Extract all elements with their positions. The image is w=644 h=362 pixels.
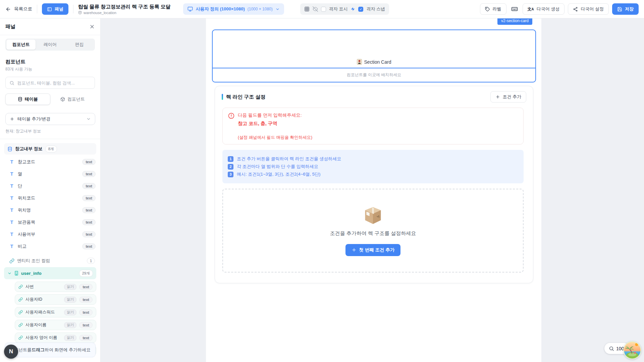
search-input[interactable] (17, 80, 91, 85)
alert-line1: 다음 필드를 먼저 입력해주세요: (238, 112, 312, 118)
arrow-left-icon (5, 6, 11, 12)
entity-join-count-badge: 1 (87, 258, 95, 264)
join-field-row[interactable]: 사용자이름 읽기 text (15, 320, 96, 330)
join-field-row[interactable]: 사용자 영어 이름 읽기 text (15, 333, 96, 343)
topbar: 목록으로 패널 탑씰 물류 창고정보관리 렉 구조 등록 모달 warehous… (0, 0, 644, 18)
grid-show-label: 격자 표시 (329, 6, 348, 12)
source-tabs: 테이블 컴포넌트 (5, 94, 95, 105)
tab-edit[interactable]: 편집 (65, 40, 94, 50)
divider (73, 5, 73, 13)
source-tab-tables[interactable]: 테이블 (5, 94, 50, 105)
alert-hint: (설정 패널에서 필드 매핑을 확인하세요) (238, 135, 312, 140)
readonly-badge: 읽기 (64, 284, 76, 290)
island-sticker[interactable] (623, 341, 641, 359)
eye-off-icon[interactable] (313, 6, 318, 12)
type-badge: text (82, 243, 96, 249)
panel-title: 패널 (5, 23, 15, 30)
alert-required-fields: 창고 코드, 층, 구역 (238, 121, 312, 127)
keyboard-icon (511, 6, 518, 12)
type-badge: text (82, 231, 96, 237)
building-icon (14, 271, 19, 276)
page-title-block: 탑씰 물류 창고정보관리 렉 구조 등록 모달 warehouse_locati… (78, 4, 170, 15)
empty-conditions-dropzone: 조건을 추가하여 렉 구조를 설정하세요 첫 번째 조건 추가 (222, 189, 524, 273)
join-table-count-badge: 29개 (79, 270, 93, 277)
type-badge: text (79, 322, 93, 328)
add-condition-button[interactable]: 조건 추가 (490, 91, 526, 103)
chevron-down-icon (86, 117, 91, 121)
page-subtitle: warehouse_location (78, 11, 170, 15)
link-icon (9, 258, 14, 263)
add-table-button[interactable]: 테이블 추가/변경 (5, 113, 95, 125)
viewport-label: 사용자 정의 (1000×1080) (196, 6, 245, 12)
rack-card-header: 렉 라인 구조 설정 조건 추가 (215, 86, 533, 103)
field-row[interactable]: T비고text (0, 240, 100, 252)
field-list: T창고코드text T열text T단text T위치코드text T위치명te… (0, 156, 100, 252)
field-row[interactable]: T창고코드text (0, 156, 100, 168)
add-table-label: 테이블 추가/변경 (17, 116, 50, 122)
app-window: 목록으로 패널 탑씰 물류 창고정보관리 렉 구조 등록 모달 warehous… (0, 0, 644, 362)
rack-structure-card: 렉 라인 구조 설정 조건 추가 다음 필드를 먼저 입력해주세요: 창고 코드… (215, 86, 533, 283)
grid-snap-checkbox[interactable]: ✓ (358, 7, 363, 12)
panel-tabs: 컴포넌트 레이어 편집 (5, 39, 95, 51)
section-card-dropzone[interactable]: 컴포넌트를 이곳에 배치하세요 (213, 68, 535, 81)
plus-icon (10, 117, 14, 121)
entity-join-label: 엔티티 조인 컬럼 (17, 258, 84, 264)
grid-controls: 격자 표시 ✓ 격자 스냅 (300, 3, 389, 15)
join-table-row-user-info[interactable]: user_info 29개 (4, 267, 96, 279)
type-badge: text (82, 183, 96, 189)
field-row[interactable]: T위치코드text (0, 192, 100, 204)
text-type-icon: T (9, 220, 14, 225)
type-badge: text (82, 219, 96, 225)
join-field-row[interactable]: 사용자ID 읽기 text (15, 294, 96, 305)
save-button-text: 저장 (625, 6, 634, 12)
step-row: 1 조건 추가 버튼을 클릭하여 렉 라인 조건을 생성하세요 (228, 156, 518, 162)
step-row: 2 각 조건마다 열 범위와 단 수를 입력하세요 (228, 164, 518, 170)
field-row[interactable]: T사용여부text (0, 228, 100, 240)
close-panel-button[interactable] (89, 24, 95, 29)
add-first-condition-button[interactable]: 첫 번째 조건 추가 (345, 244, 401, 256)
grid-show-checkbox[interactable] (321, 7, 326, 12)
section-card-body: Section Card (213, 30, 535, 68)
island-icon (623, 341, 641, 359)
field-row[interactable]: T열text (0, 168, 100, 180)
join-field-row[interactable]: 사용자패스워드 읽기 text (15, 307, 96, 317)
field-row[interactable]: T단text (0, 180, 100, 192)
search-box (5, 77, 95, 89)
type-badge: text (79, 297, 93, 303)
back-to-list-button[interactable]: 목록으로 (5, 6, 32, 12)
field-row[interactable]: T보관품목text (0, 216, 100, 228)
tab-components[interactable]: 컴포넌트 (6, 40, 36, 50)
field-row[interactable]: T위치명text (0, 204, 100, 216)
source-tab-components[interactable]: 컴포넌트 (50, 94, 95, 105)
translate-icon: 文A (528, 7, 534, 11)
label-button[interactable]: 라벨 (480, 3, 506, 15)
link-icon (18, 336, 23, 340)
section-card-label: Section Card (364, 59, 391, 65)
tab-layers[interactable]: 레이어 (36, 40, 65, 50)
type-badge: text (79, 309, 93, 315)
rack-card-title: 렉 라인 구조 설정 (226, 94, 490, 100)
save-icon (617, 7, 622, 12)
page-title: 탑씰 물류 창고정보관리 렉 구조 등록 모달 (78, 4, 170, 10)
panel-button-label: 패널 (55, 6, 63, 12)
panel-header: 패널 (0, 18, 100, 35)
add-first-condition-label: 첫 번째 조건 추가 (359, 247, 395, 253)
join-field-row[interactable]: 사번 읽기 text (15, 282, 96, 292)
type-badge: text (82, 171, 96, 177)
grid-icon (304, 6, 310, 12)
save-button[interactable]: 저장 (612, 3, 639, 15)
panel-toggle-button[interactable]: 패널 (42, 3, 68, 15)
magnifier-icon (609, 346, 614, 351)
viewport-selector[interactable]: 사용자 정의 (1000×1080) (1000 × 1080) (183, 3, 284, 15)
instruction-steps-box: 1 조건 추가 버튼을 클릭하여 렉 라인 조건을 생성하세요 2 각 조건마다… (222, 150, 524, 183)
i18n-settings-button[interactable]: 다국어 설정 (568, 3, 609, 15)
component-panel: 패널 컴포넌트 레이어 편집 컴포넌트 83개 사용 가능 테이블 (0, 18, 101, 362)
table-group-row[interactable]: 창고내부 정보 8개 (4, 143, 96, 155)
keyboard-shortcuts-button[interactable] (510, 6, 519, 12)
label-button-text: 라벨 (493, 6, 501, 12)
section-card-component[interactable]: Section Card 컴포넌트를 이곳에 배치하세요 (212, 29, 536, 82)
app-logo-badge[interactable]: N (4, 345, 18, 359)
i18n-generate-button[interactable]: 文A 다국어 생성 (523, 3, 565, 15)
source-tab-tables-label: 테이블 (25, 96, 38, 102)
entity-join-header: 엔티티 조인 컬럼 1 (0, 258, 100, 264)
